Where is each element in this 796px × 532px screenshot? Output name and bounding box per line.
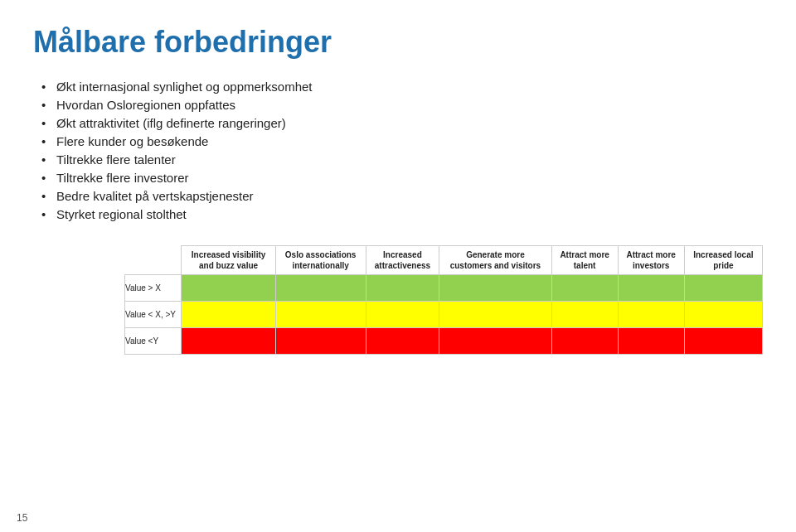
table-cell bbox=[618, 275, 684, 302]
row-label: Value > X bbox=[125, 275, 182, 302]
table-row: Value <Y bbox=[125, 328, 763, 355]
bullet-item: Styrket regional stolthet bbox=[41, 207, 763, 221]
table-column-header: Attract more investors bbox=[618, 246, 684, 275]
table-row: Value < X, >Y bbox=[125, 302, 763, 328]
table-cell bbox=[684, 328, 762, 355]
table-cell bbox=[182, 275, 275, 302]
table-wrapper: Increased visibility and buzz valueOslo … bbox=[124, 245, 763, 515]
table-column-header: Oslo associations internationally bbox=[275, 246, 366, 275]
table-cell bbox=[366, 302, 439, 328]
table-cell bbox=[275, 275, 366, 302]
slide-title: Målbare forbedringer bbox=[33, 25, 763, 60]
table-cell bbox=[439, 302, 551, 328]
slide-page: Målbare forbedringer Økt internasjonal s… bbox=[0, 0, 796, 532]
table-row: Value > X bbox=[125, 275, 763, 302]
row-label: Value <Y bbox=[125, 328, 182, 355]
table-cell bbox=[182, 302, 275, 328]
table-column-header: Increased attractiveness bbox=[366, 246, 439, 275]
table-cell bbox=[551, 302, 618, 328]
table-column-header: Increased visibility and buzz value bbox=[182, 246, 275, 275]
table-cell bbox=[618, 328, 684, 355]
table-column-header: Increased local pride bbox=[684, 246, 762, 275]
bullet-item: Tiltrekke flere talenter bbox=[41, 152, 763, 167]
table-cell bbox=[551, 328, 618, 355]
table-cell bbox=[366, 328, 439, 355]
bullet-list: Økt internasjonal synlighet og oppmerkso… bbox=[33, 80, 763, 225]
table-cell bbox=[366, 275, 439, 302]
table-cell bbox=[551, 275, 618, 302]
table-column-header: Generate more customers and visitors bbox=[439, 246, 551, 275]
table-cell bbox=[439, 328, 551, 355]
bullet-item: Økt internasjonal synlighet og oppmerkso… bbox=[41, 80, 763, 94]
bullet-item: Flere kunder og besøkende bbox=[41, 134, 763, 148]
table-cell bbox=[439, 275, 551, 302]
table-column-header: Attract more talent bbox=[551, 246, 618, 275]
bullet-item: Tiltrekke flere investorer bbox=[41, 171, 763, 185]
data-table: Increased visibility and buzz valueOslo … bbox=[124, 245, 763, 355]
bullet-item: Bedre kvalitet på vertskapstjenester bbox=[41, 189, 763, 203]
table-cell bbox=[684, 302, 762, 328]
table-cell bbox=[684, 275, 762, 302]
bullet-item: Hvordan Osloregionen oppfattes bbox=[41, 98, 763, 112]
row-label: Value < X, >Y bbox=[125, 302, 182, 328]
table-cell bbox=[275, 328, 366, 355]
table-cell bbox=[275, 302, 366, 328]
page-number: 15 bbox=[17, 512, 27, 524]
bullet-item: Økt attraktivitet (iflg definerte ranger… bbox=[41, 116, 763, 130]
table-cell bbox=[182, 328, 275, 355]
table-cell bbox=[618, 302, 684, 328]
